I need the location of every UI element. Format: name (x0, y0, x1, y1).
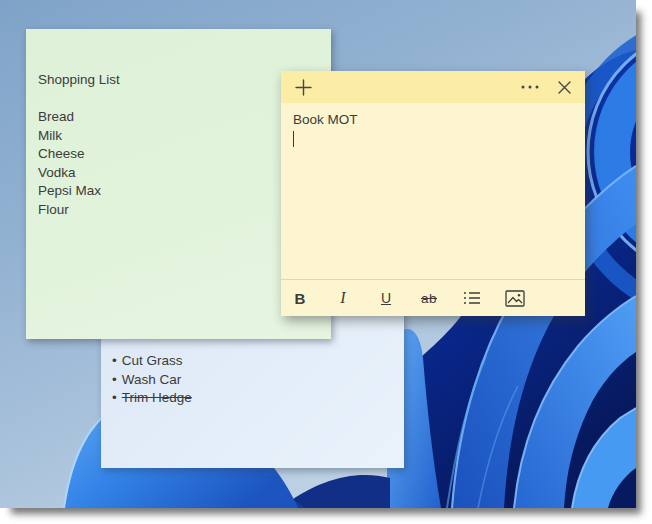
close-note-button[interactable] (553, 75, 575, 99)
strikethrough-button[interactable]: ab (412, 281, 446, 315)
bullet-glyph: • (112, 353, 117, 368)
blank-line (38, 90, 317, 109)
formatting-toolbar: B I U ab (281, 279, 585, 316)
bold-button[interactable]: B (283, 281, 317, 315)
bullet-list-button[interactable] (455, 281, 489, 315)
list-item: Milk (38, 127, 317, 146)
italic-button[interactable]: I (326, 281, 360, 315)
menu-button[interactable] (519, 75, 541, 99)
plus-icon (294, 78, 313, 97)
bullet-list-icon (462, 288, 482, 308)
text-caret (293, 131, 294, 147)
list-item: Flour (38, 201, 317, 220)
underline-button[interactable]: U (369, 281, 403, 315)
todo-item: •Cut Grass (112, 352, 392, 371)
note-title: Shopping List (38, 71, 317, 90)
sticky-note-yellow: Book MOT B I U ab (281, 71, 585, 316)
list-item: Vodka (38, 164, 317, 183)
note-text-line: Book MOT (293, 111, 573, 130)
note-header[interactable] (281, 71, 585, 103)
close-icon (557, 80, 572, 95)
list-item: Pepsi Max (38, 182, 317, 201)
image-button[interactable] (498, 281, 532, 315)
image-icon (505, 290, 525, 307)
list-item: Cheese (38, 145, 317, 164)
bullet-glyph: • (112, 372, 117, 387)
note-yellow-body[interactable]: Book MOT (281, 103, 585, 279)
todo-item-completed: •Trim Hedge (112, 389, 392, 408)
document-page: •Cut Grass •Wash Car •Trim Hedge Shoppin… (0, 0, 652, 524)
ellipsis-icon (520, 84, 540, 90)
todo-item: •Wash Car (112, 371, 392, 390)
list-item: Bread (38, 108, 317, 127)
new-note-button[interactable] (292, 75, 314, 99)
desktop-screenshot: •Cut Grass •Wash Car •Trim Hedge Shoppin… (0, 0, 636, 508)
bullet-glyph: • (112, 390, 117, 405)
